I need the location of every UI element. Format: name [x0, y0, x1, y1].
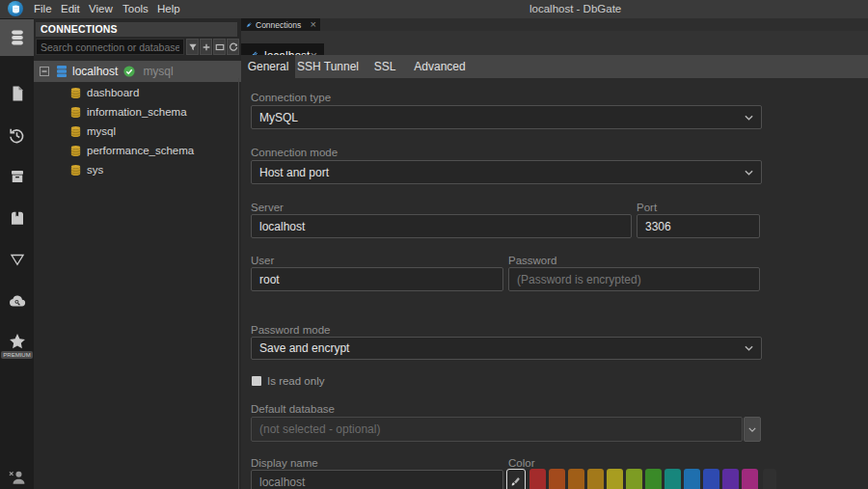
person-x-icon — [8, 468, 26, 486]
detail-tabs: General SSH Tunnel SSL Advanced — [241, 55, 868, 78]
window-title: localhost - DbGate — [529, 0, 621, 18]
chevron-down-icon — [745, 115, 753, 121]
triangle-down-icon — [9, 251, 26, 268]
color-swatch[interactable] — [587, 469, 604, 489]
close-icon[interactable] — [311, 19, 316, 30]
activity-history[interactable] — [0, 123, 34, 147]
db-name: performance_schema — [87, 145, 194, 156]
default-database-combobox[interactable]: (not selected - optional) — [251, 417, 743, 442]
tab-ssl[interactable]: SSL — [361, 55, 409, 78]
color-swatch[interactable] — [549, 469, 565, 489]
color-none-button[interactable] — [506, 469, 526, 489]
tab-advanced[interactable]: Advanced — [409, 55, 471, 78]
gold-database-icon — [69, 145, 82, 157]
color-swatch[interactable] — [703, 469, 719, 489]
gold-database-icon — [69, 106, 82, 119]
menu-edit[interactable]: Edit — [57, 0, 84, 18]
filter-button[interactable] — [186, 39, 199, 55]
add-connection-button[interactable] — [200, 39, 212, 55]
db-name: dashboard — [87, 87, 139, 98]
file-icon — [9, 85, 26, 102]
menu-tools[interactable]: Tools — [119, 0, 152, 18]
chevron-down-icon — [745, 170, 753, 176]
db-name: information_schema — [87, 106, 187, 118]
activity-account[interactable] — [0, 465, 34, 488]
tab-general[interactable]: General — [241, 55, 295, 78]
color-swatch[interactable] — [568, 469, 584, 489]
user-input[interactable] — [251, 267, 503, 291]
chevron-down-icon — [745, 345, 753, 351]
plug-icon — [245, 21, 253, 29]
activity-archive[interactable] — [0, 165, 34, 188]
cloud-search-icon — [8, 291, 27, 311]
refresh-button[interactable] — [227, 39, 239, 55]
tree-db-dashboard[interactable]: dashboard — [34, 83, 241, 102]
password-mode-value: Save and encrypt — [259, 341, 349, 355]
color-swatch[interactable] — [626, 469, 642, 489]
tree-db-performance-schema[interactable]: performance_schema — [34, 141, 241, 160]
tab-ssh-tunnel[interactable]: SSH Tunnel — [295, 55, 361, 78]
connection-mode-label: Connection mode — [251, 147, 338, 158]
archive-icon — [9, 168, 26, 185]
server-label: Server — [251, 202, 284, 213]
default-database-placeholder: (not selected - optional) — [259, 422, 380, 436]
connection-type-select[interactable]: MySQL — [251, 105, 762, 129]
activity-query-designer[interactable] — [0, 248, 34, 271]
gold-database-icon — [69, 87, 82, 99]
server-input[interactable] — [251, 214, 632, 238]
activity-favorites[interactable] — [0, 206, 34, 230]
activity-premium[interactable] — [0, 330, 34, 353]
tab-group-label: Connections — [256, 20, 301, 30]
color-swatch[interactable] — [665, 469, 681, 489]
db-name: sys — [87, 164, 103, 176]
activity-connections-active[interactable] — [0, 19, 34, 56]
new-folder-button[interactable] — [213, 39, 226, 55]
connection-engine: mysql — [143, 65, 173, 78]
password-mode-label: Password mode — [251, 324, 330, 336]
premium-badge: PREMIUM — [1, 351, 33, 359]
default-database-label: Default database — [251, 403, 335, 415]
gold-database-icon — [69, 164, 82, 177]
color-swatch[interactable] — [684, 469, 700, 489]
search-input[interactable] — [36, 39, 184, 55]
dbgate-logo-icon — [8, 1, 23, 16]
tab-group-connections[interactable]: Connections — [241, 18, 320, 31]
is-read-only-label: Is read only — [267, 375, 324, 387]
default-database-dropdown-button[interactable] — [744, 417, 761, 442]
password-input[interactable] — [508, 267, 760, 291]
color-swatch[interactable] — [742, 469, 758, 489]
tab-group-bar: Connections — [241, 18, 868, 31]
connections-panel-title: CONNECTIONS — [36, 22, 237, 37]
color-swatch-empty[interactable] — [763, 469, 776, 489]
menu-file[interactable]: File — [30, 0, 56, 18]
connection-mode-select[interactable]: Host and port — [251, 160, 762, 184]
activity-cloud[interactable] — [0, 289, 34, 312]
history-icon — [8, 126, 26, 145]
collapse-icon[interactable] — [40, 67, 49, 76]
connection-database-icon — [55, 65, 68, 78]
rectangle-icon — [215, 42, 225, 52]
menu-help[interactable]: Help — [153, 0, 184, 18]
filter-icon — [188, 42, 198, 52]
book-icon — [9, 209, 26, 227]
tree-db-information-schema[interactable]: information_schema — [34, 102, 241, 122]
color-label: Color — [508, 457, 534, 469]
password-mode-select[interactable]: Save and encrypt — [251, 337, 762, 360]
tree-db-sys[interactable]: sys — [34, 160, 241, 179]
panel-splitter[interactable] — [238, 78, 239, 489]
color-swatch[interactable] — [607, 469, 623, 489]
is-read-only-checkbox[interactable] — [252, 376, 261, 386]
color-swatch[interactable] — [645, 469, 662, 489]
color-swatch[interactable] — [529, 469, 546, 489]
activity-bar: PREMIUM — [0, 18, 34, 489]
database-icon — [0, 26, 34, 49]
tree-connection-localhost[interactable]: localhost mysql — [34, 61, 241, 82]
color-swatch[interactable] — [722, 469, 739, 489]
tree-db-mysql[interactable]: mysql — [34, 122, 241, 141]
activity-files[interactable] — [0, 82, 34, 105]
display-name-input[interactable] — [251, 470, 503, 489]
display-name-label: Display name — [251, 457, 318, 469]
paintbrush-icon — [510, 475, 522, 487]
port-input[interactable] — [637, 214, 760, 238]
menu-view[interactable]: View — [85, 0, 117, 18]
